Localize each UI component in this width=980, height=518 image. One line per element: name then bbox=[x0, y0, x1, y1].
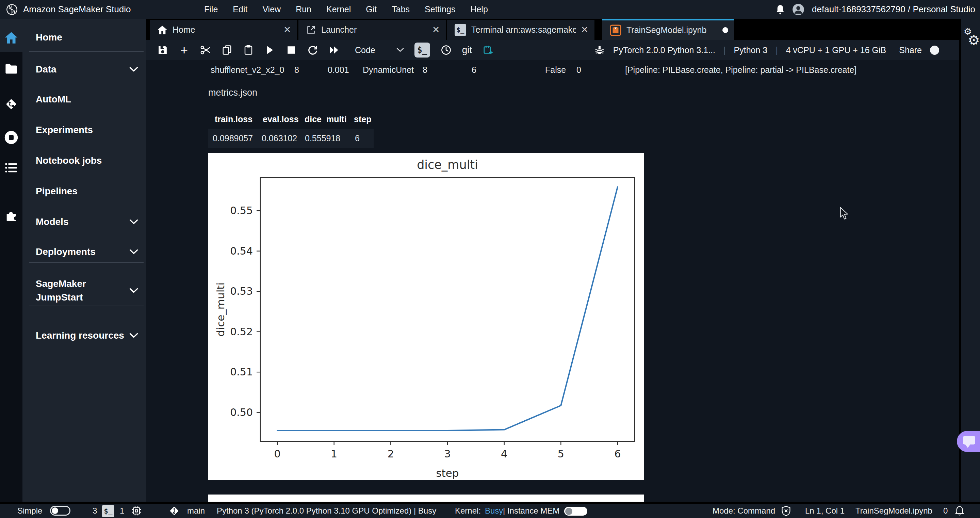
close-icon[interactable]: ✕ bbox=[283, 24, 291, 35]
tab-label: TrainSegModel.ipynb bbox=[627, 25, 717, 35]
menu-edit[interactable]: Edit bbox=[233, 5, 247, 14]
run-cell-icon[interactable] bbox=[264, 43, 275, 57]
editor-mode[interactable]: Mode: Command bbox=[713, 504, 775, 518]
tab-home[interactable]: Home ✕ bbox=[150, 20, 297, 40]
chat-feedback-button[interactable] bbox=[957, 431, 980, 452]
restart-run-all-icon[interactable] bbox=[329, 43, 340, 57]
sidebar-item-label: AutoML bbox=[36, 91, 138, 108]
kernel-name[interactable]: PyTorch 2.0.0 Python 3.1... bbox=[613, 45, 715, 55]
restart-kernel-icon[interactable] bbox=[307, 43, 318, 57]
instance-resources[interactable]: 4 vCPU + 1 GPU + 16 GiB bbox=[786, 45, 886, 55]
svg-text:6: 6 bbox=[614, 448, 620, 460]
extensions-icon[interactable] bbox=[0, 209, 22, 222]
sidebar-item-pipelines[interactable]: Pipelines bbox=[36, 183, 138, 199]
chip-icon bbox=[131, 505, 142, 518]
git-icon[interactable] bbox=[0, 97, 22, 111]
terminal-icon[interactable]: $_ bbox=[102, 505, 115, 517]
column-header: train.loss bbox=[215, 112, 253, 126]
git-branch-icon[interactable] bbox=[169, 505, 180, 518]
menu-help[interactable]: Help bbox=[470, 5, 488, 14]
sidebar-item-sagemaker-jumpstart[interactable]: SageMaker JumpStart bbox=[36, 276, 138, 305]
running-instances-icon[interactable] bbox=[0, 130, 22, 145]
sidebar-item-home[interactable]: Home bbox=[36, 29, 138, 46]
sagemaker-logo-icon bbox=[6, 4, 18, 15]
settings-gears-icon[interactable]: ⚙ ⚙ bbox=[962, 26, 980, 50]
menu-run[interactable]: Run bbox=[296, 5, 311, 14]
svg-text:0.55: 0.55 bbox=[230, 204, 253, 217]
copy-cell-icon[interactable] bbox=[221, 43, 232, 57]
sidebar-item-deployments[interactable]: Deployments bbox=[36, 244, 138, 260]
chevron-down-icon bbox=[396, 48, 404, 53]
menu-settings[interactable]: Settings bbox=[425, 5, 455, 14]
paste-cell-icon[interactable] bbox=[243, 43, 254, 57]
notebook-content[interactable]: shufflenet_v2_x2_0 8 0.001 DynamicUnet 8… bbox=[146, 60, 959, 502]
share-button[interactable]: Share bbox=[899, 45, 922, 55]
speech-bubble-icon bbox=[963, 436, 975, 445]
sidebar-item-notebook-jobs[interactable]: Notebook jobs bbox=[36, 153, 138, 169]
close-icon[interactable]: ✕ bbox=[581, 24, 588, 35]
kernel-state[interactable]: Busy bbox=[485, 504, 503, 518]
table-of-contents-icon[interactable] bbox=[0, 162, 22, 174]
user-profile-label[interactable]: default-1689337562790 / Personal Studio bbox=[812, 4, 975, 14]
menu-tabs[interactable]: Tabs bbox=[392, 5, 410, 14]
gear-icon: ⚙ bbox=[968, 32, 980, 48]
open-terminal-icon[interactable]: $_ bbox=[414, 43, 430, 57]
sidebar-item-label: SageMaker JumpStart bbox=[36, 277, 129, 304]
output-cell: 8 bbox=[423, 63, 427, 77]
history-clock-icon[interactable] bbox=[441, 43, 452, 57]
terminals-count[interactable]: 3 bbox=[92, 504, 97, 518]
kernels-count[interactable]: 1 bbox=[120, 504, 124, 518]
sidebar-item-models[interactable]: Models bbox=[36, 214, 138, 230]
git-branch-name[interactable]: main bbox=[187, 504, 205, 518]
column-header: dice_multi bbox=[305, 112, 347, 126]
sidebar-item-data[interactable]: Data bbox=[36, 61, 138, 78]
save-icon[interactable] bbox=[157, 43, 168, 57]
trust-shield-icon[interactable] bbox=[781, 505, 791, 518]
tab-launcher[interactable]: Launcher ✕ bbox=[298, 20, 446, 40]
notifications-count[interactable]: 0 bbox=[943, 504, 948, 518]
create-notebook-job-icon[interactable] bbox=[482, 43, 493, 57]
sidebar-item-learning-resources[interactable]: Learning resources bbox=[36, 321, 138, 350]
status-bar: Simple 3 $_ 1 main Python 3 (PyTorch 2.0… bbox=[0, 502, 980, 518]
chevron-down-icon bbox=[129, 333, 138, 338]
metrics-json-heading: metrics.json bbox=[208, 86, 257, 99]
debugger-bug-icon[interactable] bbox=[594, 43, 605, 57]
terminal-tab-icon: $_ bbox=[455, 24, 466, 36]
cut-cell-icon[interactable] bbox=[200, 43, 211, 57]
active-filename[interactable]: TrainSegModel.ipynb bbox=[856, 504, 932, 518]
chevron-down-icon bbox=[129, 249, 138, 255]
git-button[interactable]: git bbox=[462, 45, 472, 56]
sidebar-item-automl[interactable]: AutoML bbox=[36, 91, 138, 108]
stop-kernel-icon[interactable] bbox=[286, 43, 297, 57]
sidebar-item-label: Pipelines bbox=[36, 183, 138, 199]
tab-bar: Home ✕ Launcher ✕ $_ Terminal arn:aws:sa… bbox=[146, 19, 959, 40]
cell-type-value: Code bbox=[355, 45, 375, 55]
file-browser-icon[interactable] bbox=[0, 63, 22, 74]
bell-icon[interactable] bbox=[955, 505, 964, 518]
menu-view[interactable]: View bbox=[262, 5, 281, 14]
add-cell-icon[interactable]: + bbox=[179, 43, 189, 57]
user-avatar-icon[interactable] bbox=[792, 3, 804, 16]
sidebar-item-label: Deployments bbox=[36, 244, 129, 260]
cell-type-select[interactable]: Code bbox=[355, 45, 404, 55]
notifications-bell-icon[interactable] bbox=[776, 5, 785, 14]
menu-file[interactable]: File bbox=[204, 5, 218, 14]
interpreter-name[interactable]: Python 3 bbox=[734, 45, 768, 55]
menu-kernel[interactable]: Kernel bbox=[326, 5, 351, 14]
simple-mode-toggle[interactable] bbox=[50, 506, 70, 516]
collaborator-avatar[interactable] bbox=[930, 46, 939, 55]
notebook-tab-icon bbox=[610, 24, 621, 36]
table-cell: 0.0989057 bbox=[213, 129, 253, 148]
unsaved-changes-dot[interactable] bbox=[722, 27, 728, 33]
menu-git[interactable]: Git bbox=[366, 5, 377, 14]
cursor-position[interactable]: Ln 1, Col 1 bbox=[805, 504, 845, 518]
close-icon[interactable]: ✕ bbox=[432, 24, 440, 35]
tab-terminal[interactable]: $_ Terminal arn:aws:sagemaker:u ✕ bbox=[447, 20, 595, 40]
tab-trainsegmodel-notebook[interactable]: TrainSegModel.ipynb bbox=[602, 19, 734, 40]
kernel-status-long[interactable]: Python 3 (PyTorch 2.0.0 Python 3.10 GPU … bbox=[217, 504, 436, 518]
sidebar-item-experiments[interactable]: Experiments bbox=[36, 122, 138, 138]
svg-text:dice_multi: dice_multi bbox=[215, 282, 227, 336]
output-cell: shufflenet_v2_x2_0 bbox=[211, 63, 284, 77]
sidebar-item-label: Data bbox=[36, 61, 129, 78]
home-icon[interactable] bbox=[0, 31, 22, 44]
